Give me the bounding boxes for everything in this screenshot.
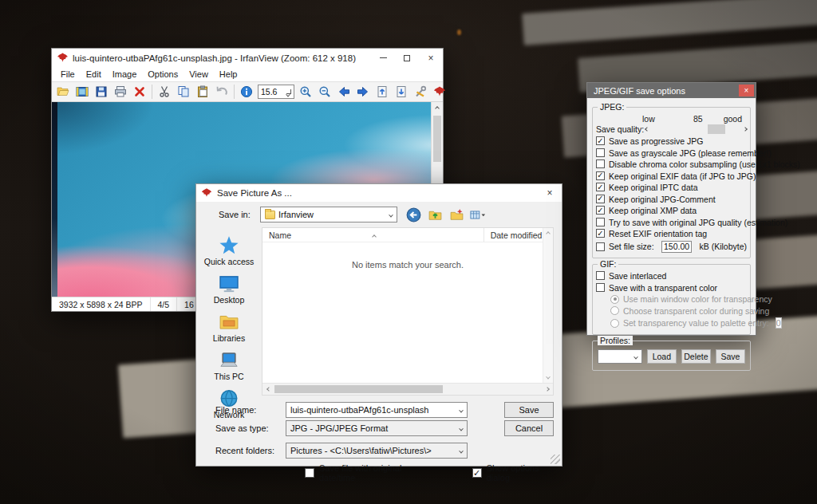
delete-button[interactable]: Delete <box>681 349 711 364</box>
view-menu-icon[interactable] <box>470 207 486 222</box>
show-options-checkbox[interactable]: ✓ <box>472 468 482 478</box>
place-desktop[interactable]: Desktop <box>196 274 262 305</box>
file-size-input[interactable]: 150.00 <box>661 241 693 253</box>
chevron-down-icon[interactable] <box>460 423 463 433</box>
zoom-out-icon[interactable] <box>315 83 334 100</box>
profiles-combobox[interactable] <box>598 349 642 364</box>
checkbox[interactable]: ✓ <box>596 183 605 191</box>
place-this-pc[interactable]: This PC <box>196 350 262 381</box>
next-page-icon[interactable] <box>392 83 411 100</box>
menu-view[interactable]: View <box>184 69 214 79</box>
paste-icon[interactable] <box>193 83 212 100</box>
file-list[interactable]: Name Date modified No items match your s… <box>262 227 554 396</box>
scroll-down-arrow[interactable] <box>543 372 553 383</box>
save-as-type-value: JPG - JPG/JPEG Format <box>290 423 388 433</box>
checkbox[interactable]: ✓ <box>596 218 605 226</box>
next-image-icon[interactable] <box>353 83 373 100</box>
quality-slider[interactable] <box>651 124 741 134</box>
chevron-down-icon[interactable] <box>389 210 393 219</box>
prev-image-icon[interactable] <box>334 83 353 100</box>
close-button[interactable]: × <box>419 49 443 67</box>
original-date-checkbox[interactable]: ✓ <box>305 468 314 478</box>
checkbox[interactable]: ✓ <box>596 229 605 238</box>
scroll-right-arrow[interactable] <box>541 384 553 395</box>
up-folder-icon[interactable] <box>427 207 443 222</box>
chevron-down-icon[interactable] <box>634 352 637 361</box>
cancel-button[interactable]: Cancel <box>504 420 554 436</box>
option-label: Keep original JPG-Comment <box>609 195 716 204</box>
checkbox[interactable]: ✓ <box>596 271 605 280</box>
resize-grip[interactable] <box>551 455 560 464</box>
save-button[interactable]: Save <box>504 402 554 418</box>
scrollbar-thumb[interactable] <box>274 385 443 393</box>
list-horizontal-scrollbar[interactable] <box>262 383 553 395</box>
chevron-down-icon[interactable] <box>460 446 463 455</box>
scroll-up-arrow[interactable] <box>543 228 553 238</box>
panel-title: JPEG/GIF save options <box>594 86 685 96</box>
checkbox[interactable]: ✓ <box>596 171 605 180</box>
radio-button[interactable] <box>610 295 619 304</box>
irfanview-logo-icon[interactable] <box>430 83 449 100</box>
recent-folders-combobox[interactable]: Pictures - <C:\Users\fatiw\Pictures\> <box>286 443 468 459</box>
zoom-level-combobox[interactable]: 15.6 <box>258 85 294 99</box>
set-file-size-checkbox[interactable]: ✓ <box>596 242 605 251</box>
open-folder-icon[interactable] <box>53 83 73 100</box>
info-icon[interactable] <box>237 83 256 100</box>
back-icon[interactable] <box>405 207 421 222</box>
load-button[interactable]: Load <box>647 349 677 364</box>
radio-button[interactable] <box>610 306 619 315</box>
menu-help[interactable]: Help <box>214 69 243 79</box>
maximize-button[interactable] <box>395 49 419 67</box>
checkbox[interactable]: ✓ <box>596 283 605 292</box>
minimize-button[interactable] <box>371 49 395 67</box>
column-header-date[interactable]: Date modified <box>483 228 543 242</box>
print-icon[interactable] <box>111 83 130 100</box>
zoom-in-icon[interactable] <box>296 83 315 100</box>
checkbox[interactable]: ✓ <box>596 159 605 168</box>
close-icon[interactable]: × <box>538 184 562 202</box>
column-header-name[interactable]: Name <box>262 230 291 240</box>
slider-right-arrow[interactable] <box>743 127 748 132</box>
panel-titlebar[interactable]: JPEG/GIF save options × <box>587 83 756 98</box>
cut-icon[interactable] <box>155 83 174 100</box>
place-libraries[interactable]: Libraries <box>196 312 262 343</box>
slideshow-icon[interactable] <box>73 83 92 100</box>
save-icon[interactable] <box>92 83 111 100</box>
save-in-value: Irfanview <box>278 210 314 219</box>
checkbox[interactable]: ✓ <box>596 195 605 203</box>
show-options-label: Show options dialog <box>487 463 554 482</box>
menu-edit[interactable]: Edit <box>81 69 107 79</box>
slider-thumb[interactable] <box>708 124 725 134</box>
scrollbar-thumb[interactable] <box>433 116 441 162</box>
save-as-type-combobox[interactable]: JPG - JPG/JPEG Format <box>286 420 468 436</box>
scroll-up-arrow[interactable] <box>432 102 443 114</box>
save-in-combobox[interactable]: Irfanview <box>260 207 397 222</box>
delete-icon[interactable] <box>130 83 149 100</box>
slider-left-arrow[interactable] <box>645 127 649 132</box>
copy-icon[interactable] <box>174 83 193 100</box>
titlebar[interactable]: luis-quintero-utbaPAfg61c-unsplash.jpg -… <box>52 49 443 67</box>
undo-icon[interactable] <box>212 83 231 100</box>
list-vertical-scrollbar[interactable] <box>543 228 553 383</box>
profiles-save-button[interactable]: Save <box>716 349 745 364</box>
menu-file[interactable]: File <box>55 69 81 79</box>
tools-icon[interactable] <box>411 83 430 100</box>
prev-page-icon[interactable] <box>373 83 392 100</box>
checkbox[interactable]: ✓ <box>596 206 605 215</box>
palette-entry-input[interactable]: 0 <box>776 317 782 329</box>
chevron-down-icon[interactable] <box>460 405 463 415</box>
file-name-input[interactable]: luis-quintero-utbaPAfg61c-unsplash <box>286 402 468 418</box>
place-quick-access[interactable]: Quick access <box>196 235 262 266</box>
file-name-label: File name: <box>215 405 286 415</box>
close-icon[interactable]: × <box>739 85 754 96</box>
checkbox[interactable]: ✓ <box>596 148 605 157</box>
menu-options[interactable]: Options <box>142 69 184 79</box>
menu-image[interactable]: Image <box>107 69 143 79</box>
new-folder-icon[interactable] <box>448 207 464 222</box>
place-network[interactable]: Network <box>196 388 262 419</box>
folder-icon <box>265 211 275 219</box>
scroll-left-arrow[interactable] <box>262 384 274 395</box>
checkbox[interactable]: ✓ <box>596 136 605 145</box>
radio-button[interactable] <box>610 319 619 328</box>
dialog-titlebar[interactable]: Save Picture As ... × <box>196 184 562 203</box>
